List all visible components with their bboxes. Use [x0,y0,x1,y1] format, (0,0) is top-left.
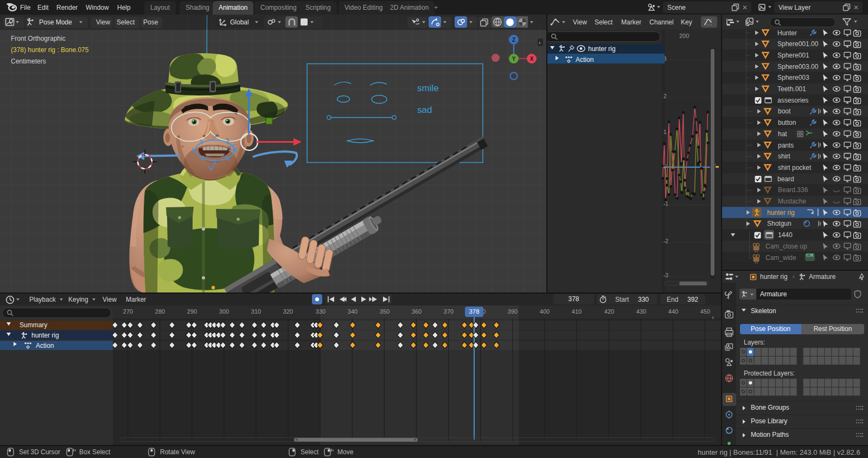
svg-text:Mustache: Mustache [778,198,806,205]
svg-text:Beard.336: Beard.336 [778,186,808,194]
svg-text:Sphere001: Sphere001 [777,52,809,59]
svg-text:‹: ‹ [539,39,541,46]
svg-text:Sphere001.00: Sphere001.00 [777,40,819,48]
svg-text:smile: smile [417,83,439,93]
svg-text:sad: sad [417,105,432,115]
svg-text:Shotgun: Shotgun [767,220,792,227]
svg-text:Cam_close up: Cam_close up [765,243,807,250]
svg-text:assesories: assesories [777,97,808,104]
svg-text:shirt: shirt [778,152,790,160]
svg-text:Y: Y [512,56,516,62]
svg-text:shirt pocket: shirt pocket [778,164,812,171]
svg-text:boot: boot [778,107,791,115]
svg-text:hunter rig: hunter rig [767,209,795,217]
svg-text:1440: 1440 [778,231,793,239]
svg-text:Teeth.001: Teeth.001 [777,85,806,93]
svg-text:button: button [778,119,796,126]
svg-text:Sphere003.00: Sphere003.00 [777,63,819,71]
svg-text:Hunter: Hunter [777,29,797,37]
svg-text:X: X [530,56,534,62]
svg-text:Z: Z [512,37,515,43]
svg-text:Cam_wide: Cam_wide [765,254,796,262]
svg-text:Sphere003: Sphere003 [777,74,809,81]
svg-text:hat: hat [778,130,787,138]
svg-text:beard: beard [777,175,794,183]
svg-text:pants: pants [778,142,794,149]
